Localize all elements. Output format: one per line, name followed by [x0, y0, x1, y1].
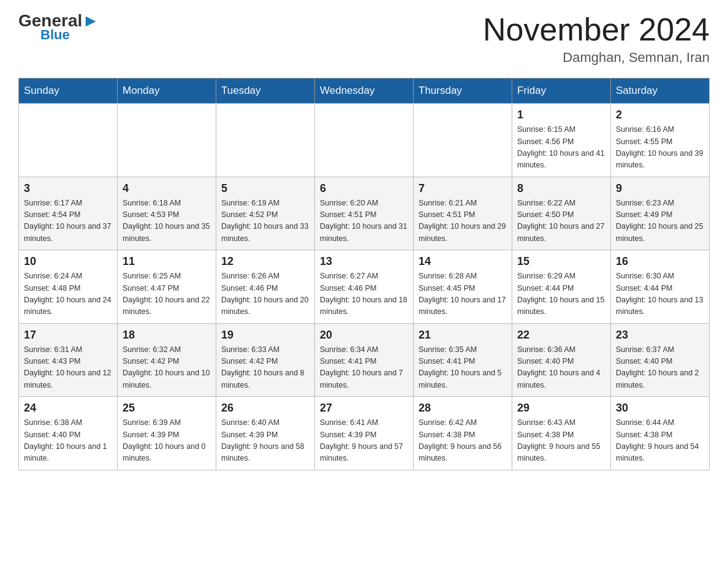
day-number: 13	[320, 255, 408, 268]
day-number: 17	[24, 329, 112, 342]
calendar-cell: 13Sunrise: 6:27 AMSunset: 4:46 PMDayligh…	[315, 250, 414, 324]
day-number: 3	[24, 182, 112, 195]
day-info: Sunrise: 6:16 AMSunset: 4:55 PMDaylight:…	[616, 124, 704, 172]
day-info: Sunrise: 6:27 AMSunset: 4:46 PMDaylight:…	[320, 270, 408, 318]
calendar-cell: 23Sunrise: 6:37 AMSunset: 4:40 PMDayligh…	[611, 323, 710, 397]
day-info: Sunrise: 6:19 AMSunset: 4:52 PMDaylight:…	[221, 197, 309, 245]
day-number: 22	[517, 329, 605, 342]
day-number: 8	[517, 182, 605, 195]
col-friday: Friday	[512, 79, 611, 104]
title-block: November 2024 Damghan, Semnan, Iran	[483, 12, 710, 66]
col-sunday: Sunday	[19, 79, 118, 104]
day-number: 1	[517, 109, 605, 121]
calendar-cell: 15Sunrise: 6:29 AMSunset: 4:44 PMDayligh…	[512, 250, 611, 324]
calendar-cell: 12Sunrise: 6:26 AMSunset: 4:46 PMDayligh…	[216, 250, 315, 324]
day-info: Sunrise: 6:21 AMSunset: 4:51 PMDaylight:…	[419, 197, 507, 245]
calendar-week-5: 24Sunrise: 6:38 AMSunset: 4:40 PMDayligh…	[19, 397, 710, 470]
logo-blue-text: Blue	[40, 27, 70, 43]
calendar-header-row: Sunday Monday Tuesday Wednesday Thursday…	[19, 79, 710, 104]
day-number: 7	[419, 182, 507, 195]
day-info: Sunrise: 6:38 AMSunset: 4:40 PMDaylight:…	[24, 417, 112, 465]
day-number: 12	[221, 255, 309, 268]
logo: General► Blue	[18, 12, 99, 43]
day-number: 10	[24, 255, 112, 268]
day-info: Sunrise: 6:23 AMSunset: 4:49 PMDaylight:…	[616, 197, 704, 245]
day-number: 25	[123, 402, 211, 415]
calendar-cell	[118, 104, 216, 177]
calendar-cell: 16Sunrise: 6:30 AMSunset: 4:44 PMDayligh…	[611, 250, 710, 324]
day-number: 30	[616, 402, 704, 415]
calendar-cell: 18Sunrise: 6:32 AMSunset: 4:42 PMDayligh…	[118, 323, 216, 397]
calendar-cell	[414, 104, 512, 177]
calendar-cell: 10Sunrise: 6:24 AMSunset: 4:48 PMDayligh…	[19, 250, 118, 324]
day-info: Sunrise: 6:35 AMSunset: 4:41 PMDaylight:…	[419, 344, 507, 392]
day-info: Sunrise: 6:25 AMSunset: 4:47 PMDaylight:…	[123, 270, 211, 318]
day-number: 16	[616, 255, 704, 268]
calendar-cell: 8Sunrise: 6:22 AMSunset: 4:50 PMDaylight…	[512, 177, 611, 250]
calendar-cell: 25Sunrise: 6:39 AMSunset: 4:39 PMDayligh…	[118, 397, 216, 470]
day-info: Sunrise: 6:28 AMSunset: 4:45 PMDaylight:…	[419, 270, 507, 318]
calendar-week-4: 17Sunrise: 6:31 AMSunset: 4:43 PMDayligh…	[19, 323, 710, 397]
day-info: Sunrise: 6:22 AMSunset: 4:50 PMDaylight:…	[517, 197, 605, 245]
calendar-week-2: 3Sunrise: 6:17 AMSunset: 4:54 PMDaylight…	[19, 177, 710, 250]
day-number: 2	[616, 109, 704, 121]
calendar-cell	[315, 104, 414, 177]
day-info: Sunrise: 6:17 AMSunset: 4:54 PMDaylight:…	[24, 197, 112, 245]
calendar-cell: 9Sunrise: 6:23 AMSunset: 4:49 PMDaylight…	[611, 177, 710, 250]
calendar-cell: 30Sunrise: 6:44 AMSunset: 4:38 PMDayligh…	[611, 397, 710, 470]
day-number: 15	[517, 255, 605, 268]
day-number: 27	[320, 402, 408, 415]
calendar-cell: 3Sunrise: 6:17 AMSunset: 4:54 PMDaylight…	[19, 177, 118, 250]
calendar-cell: 22Sunrise: 6:36 AMSunset: 4:40 PMDayligh…	[512, 323, 611, 397]
calendar-cell: 20Sunrise: 6:34 AMSunset: 4:41 PMDayligh…	[315, 323, 414, 397]
day-number: 6	[320, 182, 408, 195]
day-number: 18	[123, 329, 211, 342]
col-saturday: Saturday	[611, 79, 710, 104]
calendar-cell: 1Sunrise: 6:15 AMSunset: 4:56 PMDaylight…	[512, 104, 611, 177]
day-number: 29	[517, 402, 605, 415]
day-info: Sunrise: 6:40 AMSunset: 4:39 PMDaylight:…	[221, 417, 309, 465]
day-info: Sunrise: 6:31 AMSunset: 4:43 PMDaylight:…	[24, 344, 112, 392]
calendar-cell: 2Sunrise: 6:16 AMSunset: 4:55 PMDaylight…	[611, 104, 710, 177]
month-title: November 2024	[483, 12, 710, 47]
day-info: Sunrise: 6:43 AMSunset: 4:38 PMDaylight:…	[517, 417, 605, 465]
calendar-cell: 27Sunrise: 6:41 AMSunset: 4:39 PMDayligh…	[315, 397, 414, 470]
page-header: General► Blue November 2024 Damghan, Sem…	[18, 12, 710, 66]
day-info: Sunrise: 6:18 AMSunset: 4:53 PMDaylight:…	[123, 197, 211, 245]
col-tuesday: Tuesday	[216, 79, 315, 104]
calendar-cell: 5Sunrise: 6:19 AMSunset: 4:52 PMDaylight…	[216, 177, 315, 250]
day-number: 19	[221, 329, 309, 342]
day-info: Sunrise: 6:41 AMSunset: 4:39 PMDaylight:…	[320, 417, 408, 465]
calendar-cell	[19, 104, 118, 177]
day-info: Sunrise: 6:36 AMSunset: 4:40 PMDaylight:…	[517, 344, 605, 392]
day-number: 4	[123, 182, 211, 195]
location-title: Damghan, Semnan, Iran	[483, 50, 710, 66]
day-number: 11	[123, 255, 211, 268]
day-number: 23	[616, 329, 704, 342]
day-info: Sunrise: 6:20 AMSunset: 4:51 PMDaylight:…	[320, 197, 408, 245]
calendar-cell: 14Sunrise: 6:28 AMSunset: 4:45 PMDayligh…	[414, 250, 512, 324]
day-info: Sunrise: 6:37 AMSunset: 4:40 PMDaylight:…	[616, 344, 704, 392]
calendar-cell: 11Sunrise: 6:25 AMSunset: 4:47 PMDayligh…	[118, 250, 216, 324]
day-number: 24	[24, 402, 112, 415]
day-info: Sunrise: 6:15 AMSunset: 4:56 PMDaylight:…	[517, 124, 605, 172]
day-info: Sunrise: 6:34 AMSunset: 4:41 PMDaylight:…	[320, 344, 408, 392]
calendar-cell	[216, 104, 315, 177]
calendar-cell: 28Sunrise: 6:42 AMSunset: 4:38 PMDayligh…	[414, 397, 512, 470]
day-number: 5	[221, 182, 309, 195]
col-thursday: Thursday	[414, 79, 512, 104]
day-info: Sunrise: 6:29 AMSunset: 4:44 PMDaylight:…	[517, 270, 605, 318]
day-info: Sunrise: 6:32 AMSunset: 4:42 PMDaylight:…	[123, 344, 211, 392]
day-info: Sunrise: 6:42 AMSunset: 4:38 PMDaylight:…	[419, 417, 507, 465]
calendar-cell: 29Sunrise: 6:43 AMSunset: 4:38 PMDayligh…	[512, 397, 611, 470]
day-info: Sunrise: 6:39 AMSunset: 4:39 PMDaylight:…	[123, 417, 211, 465]
day-number: 26	[221, 402, 309, 415]
calendar-cell: 21Sunrise: 6:35 AMSunset: 4:41 PMDayligh…	[414, 323, 512, 397]
calendar-cell: 17Sunrise: 6:31 AMSunset: 4:43 PMDayligh…	[19, 323, 118, 397]
day-number: 14	[419, 255, 507, 268]
calendar-week-1: 1Sunrise: 6:15 AMSunset: 4:56 PMDaylight…	[19, 104, 710, 177]
calendar-cell: 7Sunrise: 6:21 AMSunset: 4:51 PMDaylight…	[414, 177, 512, 250]
col-monday: Monday	[118, 79, 216, 104]
calendar-cell: 24Sunrise: 6:38 AMSunset: 4:40 PMDayligh…	[19, 397, 118, 470]
day-number: 20	[320, 329, 408, 342]
